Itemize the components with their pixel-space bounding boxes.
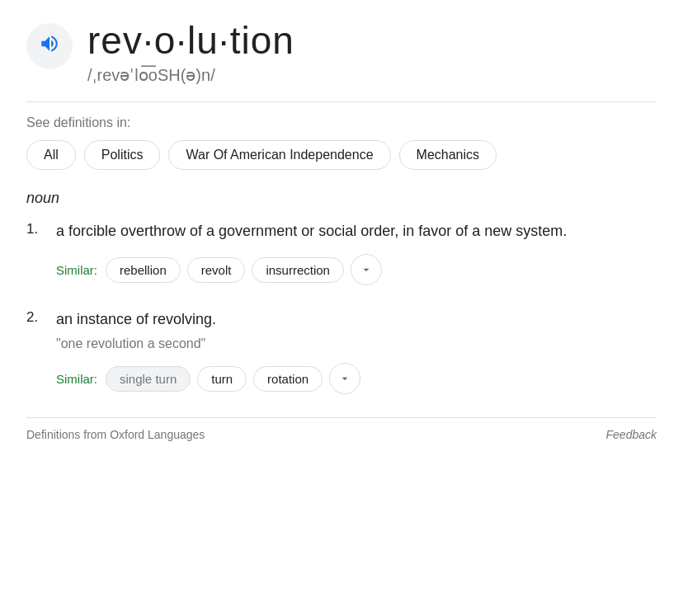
tab-war[interactable]: War Of American Independence (168, 140, 390, 170)
similar-pill-single-turn[interactable]: single turn (106, 366, 191, 392)
similar-row-2: Similar: single turn turn rotation (56, 363, 657, 394)
similar-pill-insurrection[interactable]: insurrection (252, 257, 344, 283)
similar-pill-revolt[interactable]: revolt (187, 257, 246, 283)
word-title: rev·o·lu·tion (87, 20, 294, 62)
def-text-1: a forcible overthrow of a government or … (56, 220, 657, 243)
definition-item-2: 2. an instance of revolving. "one revolu… (26, 308, 657, 394)
def-number-2: 2. (26, 308, 46, 326)
part-of-speech: noun (26, 190, 657, 207)
expand-similar-1[interactable] (351, 254, 382, 285)
similar-label-2: Similar: (56, 372, 97, 386)
see-definitions-label: See definitions in: (26, 115, 657, 130)
speaker-button[interactable] (26, 23, 73, 69)
dictionary-card: rev·o·lu·tion /ˌrevəˈlo͞oSH(ə)n/ See def… (26, 20, 657, 441)
tab-politics[interactable]: Politics (84, 140, 161, 170)
divider (26, 101, 657, 102)
speaker-icon (39, 33, 60, 59)
expand-similar-2[interactable] (329, 363, 360, 394)
similar-label-1: Similar: (56, 263, 97, 277)
def-example-2: "one revolution a second" (56, 336, 657, 351)
def-content-2: an instance of revolving. "one revolutio… (56, 308, 657, 394)
phonetic: /ˌrevəˈlo͞oSH(ə)n/ (87, 65, 294, 85)
definitions-list: 1. a forcible overthrow of a government … (26, 220, 657, 395)
similar-row-1: Similar: rebellion revolt insurrection (56, 254, 657, 285)
tab-mechanics[interactable]: Mechanics (399, 140, 497, 170)
word-header: rev·o·lu·tion /ˌrevəˈlo͞oSH(ə)n/ (26, 20, 657, 85)
footer: Definitions from Oxford Languages Feedba… (26, 417, 657, 441)
def-number-1: 1. (26, 220, 46, 237)
word-info: rev·o·lu·tion /ˌrevəˈlo͞oSH(ə)n/ (87, 20, 294, 85)
tab-all[interactable]: All (26, 140, 76, 170)
footer-source: Definitions from Oxford Languages (26, 428, 205, 441)
feedback-link[interactable]: Feedback (606, 428, 657, 441)
similar-pill-rotation[interactable]: rotation (253, 366, 323, 392)
similar-pill-rebellion[interactable]: rebellion (106, 257, 181, 283)
def-content-1: a forcible overthrow of a government or … (56, 220, 657, 286)
category-tabs: All Politics War Of American Independenc… (26, 140, 657, 170)
def-text-2: an instance of revolving. (56, 308, 657, 332)
definition-item-1: 1. a forcible overthrow of a government … (26, 220, 657, 286)
similar-pill-turn[interactable]: turn (197, 366, 247, 392)
